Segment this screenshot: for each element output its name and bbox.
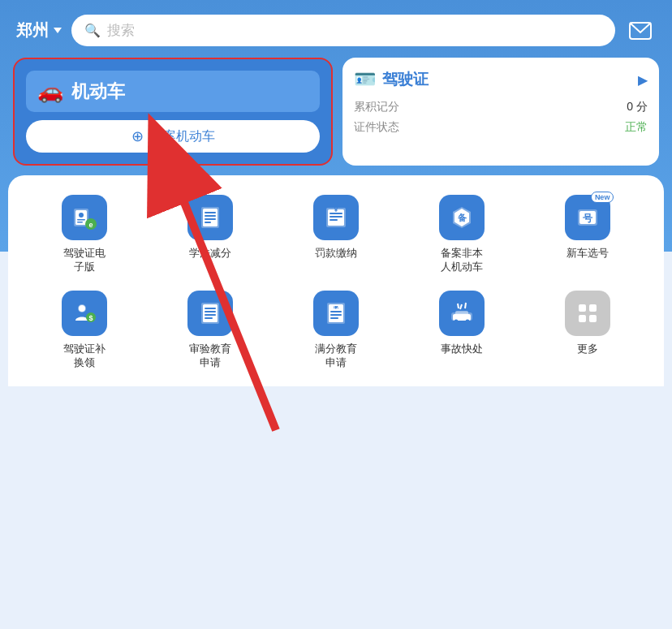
- cards-row: 🚗 机动车 ⊕ 备案机动车 🪪 驾驶证 ▶ 累积记分 0 分 证件状态 正常: [13, 58, 659, 166]
- svg-rect-18: [330, 219, 338, 221]
- search-bar[interactable]: 🔍 搜索: [71, 15, 615, 46]
- score-value: 0 分: [627, 100, 648, 114]
- city-selector[interactable]: 郑州: [16, 19, 62, 41]
- search-placeholder: 搜索: [107, 21, 135, 40]
- pay-fine-icon: ¥: [313, 195, 359, 240]
- list-item[interactable]: 学法减分: [147, 195, 273, 274]
- driving-license-digital-label: 驾驶证电子版: [63, 247, 106, 274]
- mail-icon[interactable]: [625, 15, 656, 46]
- svg-rect-52: [589, 315, 597, 322]
- arrow-right-icon: ▶: [638, 72, 648, 88]
- list-item[interactable]: 号 New 新车选号: [525, 195, 651, 274]
- id-card-icon: 🪪: [354, 69, 376, 90]
- svg-rect-29: [203, 304, 218, 322]
- svg-point-3: [79, 213, 84, 218]
- status-key: 证件状态: [354, 120, 399, 135]
- pay-fine-label: 罚款缴纳: [315, 247, 357, 261]
- plus-icon: ⊕: [131, 127, 144, 145]
- list-item[interactable]: 更多: [525, 291, 651, 370]
- svg-rect-33: [205, 317, 213, 319]
- register-btn-label: 备案机动车: [150, 128, 215, 145]
- svg-point-44: [454, 319, 459, 323]
- status-value: 正常: [625, 120, 648, 135]
- list-item[interactable]: 审验教育申请: [147, 291, 273, 370]
- svg-rect-30: [205, 308, 216, 309]
- svg-point-25: [79, 305, 85, 312]
- svg-line-47: [465, 303, 466, 308]
- license-icon-row: 🪪 驾驶证: [354, 69, 429, 90]
- svg-rect-49: [579, 304, 586, 312]
- driving-license-label: 驾驶证: [382, 69, 429, 90]
- full-score-education-icon: 12: [313, 291, 359, 336]
- svg-text:备: 备: [458, 213, 467, 222]
- svg-text:e: e: [88, 221, 93, 229]
- list-item[interactable]: 事故快处: [399, 291, 525, 370]
- svg-rect-9: [203, 209, 218, 226]
- score-key: 累积记分: [354, 100, 399, 114]
- register-other-vehicle-label: 备案非本人机动车: [441, 247, 483, 274]
- svg-rect-10: [205, 212, 216, 213]
- services-grid: e 驾驶证电子版 学法减分: [21, 195, 651, 370]
- svg-line-48: [458, 304, 459, 308]
- more-icon: [565, 291, 610, 336]
- chevron-down-icon: [54, 28, 62, 33]
- accumulated-score-row: 累积记分 0 分: [354, 100, 648, 114]
- new-car-number-icon: 号 New: [565, 195, 610, 240]
- svg-rect-4: [77, 219, 85, 221]
- study-reduce-score-label: 学法减分: [189, 247, 231, 261]
- new-car-number-label: 新车选号: [566, 247, 609, 261]
- svg-text:$: $: [88, 314, 93, 322]
- svg-rect-12: [205, 218, 216, 220]
- svg-rect-32: [205, 314, 216, 316]
- motor-vehicle-label: 机动车: [71, 80, 125, 104]
- register-other-vehicle-icon: 备: [439, 195, 485, 240]
- svg-point-45: [466, 319, 470, 323]
- driving-license-header: 🪪 驾驶证 ▶: [354, 69, 648, 90]
- svg-rect-11: [205, 215, 216, 217]
- accident-quick-process-label: 事故快处: [441, 343, 483, 356]
- svg-text:12: 12: [333, 304, 339, 310]
- svg-text:¥: ¥: [334, 206, 338, 213]
- svg-rect-5: [77, 222, 83, 223]
- cert-status-row: 证件状态 正常: [354, 120, 648, 135]
- svg-line-46: [460, 304, 462, 309]
- services-panel: e 驾驶证电子版 学法减分: [8, 175, 664, 386]
- svg-text:号: 号: [583, 213, 593, 224]
- audit-education-label: 审验教育申请: [189, 343, 231, 370]
- driving-license-digital-icon: e: [62, 195, 107, 240]
- city-name: 郑州: [16, 19, 49, 41]
- svg-rect-43: [455, 311, 468, 316]
- motor-vehicle-card[interactable]: 🚗 机动车 ⊕ 备案机动车: [13, 58, 333, 166]
- svg-rect-37: [330, 311, 342, 312]
- new-badge: New: [591, 192, 614, 203]
- svg-rect-17: [330, 216, 342, 218]
- svg-rect-31: [205, 311, 216, 312]
- list-item[interactable]: ¥ 罚款缴纳: [273, 195, 398, 274]
- study-reduce-score-icon: [187, 195, 233, 240]
- register-vehicle-button[interactable]: ⊕ 备案机动车: [26, 120, 320, 153]
- svg-rect-51: [579, 315, 586, 322]
- accident-quick-process-icon: [439, 291, 485, 336]
- list-item[interactable]: $ 驾驶证补换领: [21, 291, 147, 370]
- driving-license-card[interactable]: 🪪 驾驶证 ▶ 累积记分 0 分 证件状态 正常: [342, 58, 659, 166]
- app-header: 郑州 🔍 搜索: [0, 0, 672, 58]
- license-replacement-label: 驾驶证补换领: [63, 343, 106, 370]
- car-icon: 🚗: [37, 79, 63, 104]
- search-icon: 🔍: [84, 23, 101, 38]
- audit-education-icon: [187, 291, 233, 336]
- list-item[interactable]: 备 备案非本人机动车: [399, 195, 525, 274]
- full-score-education-label: 满分教育申请: [315, 343, 357, 370]
- svg-rect-39: [330, 317, 338, 319]
- motor-vehicle-title-row: 🚗 机动车: [26, 71, 320, 112]
- svg-rect-13: [205, 222, 211, 223]
- svg-rect-38: [330, 314, 342, 316]
- more-label: 更多: [577, 343, 598, 356]
- license-replacement-icon: $: [62, 291, 107, 336]
- list-item[interactable]: e 驾驶证电子版: [21, 195, 147, 274]
- list-item[interactable]: 12 满分教育申请: [273, 291, 398, 370]
- svg-rect-50: [589, 304, 597, 312]
